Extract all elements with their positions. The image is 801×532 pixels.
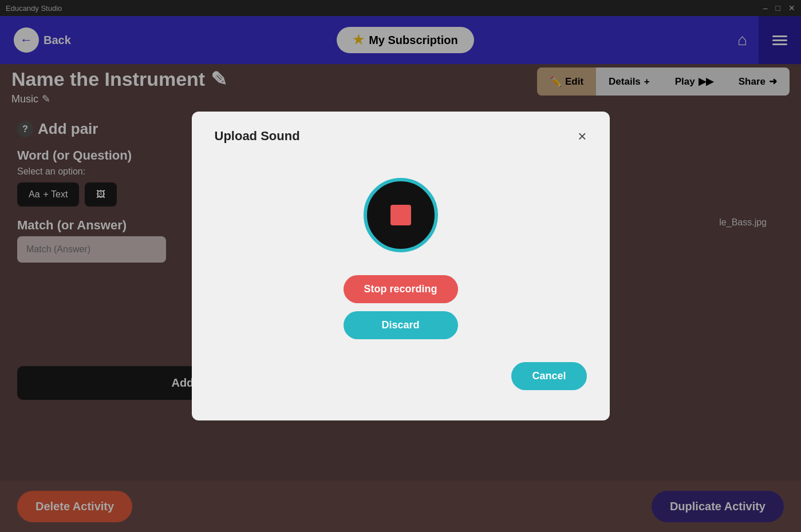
- upload-sound-modal: Upload Sound × Stop recording Discard Ca…: [192, 112, 610, 420]
- modal-action-buttons: Stop recording Discard: [344, 275, 458, 339]
- modal-overlay: Upload Sound × Stop recording Discard Ca…: [0, 0, 801, 532]
- modal-title: Upload Sound: [215, 129, 300, 144]
- record-button[interactable]: [364, 178, 438, 252]
- cancel-label: Cancel: [532, 370, 566, 382]
- discard-button[interactable]: Discard: [344, 311, 458, 339]
- cancel-button[interactable]: Cancel: [511, 362, 586, 390]
- record-stop-icon: [390, 205, 411, 225]
- close-icon: ×: [578, 128, 586, 145]
- stop-recording-label: Stop recording: [364, 283, 437, 295]
- modal-footer: Cancel: [215, 362, 587, 390]
- stop-recording-button[interactable]: Stop recording: [344, 275, 458, 303]
- modal-close-button[interactable]: ×: [578, 129, 586, 144]
- discard-label: Discard: [381, 319, 419, 331]
- modal-header: Upload Sound ×: [215, 129, 587, 144]
